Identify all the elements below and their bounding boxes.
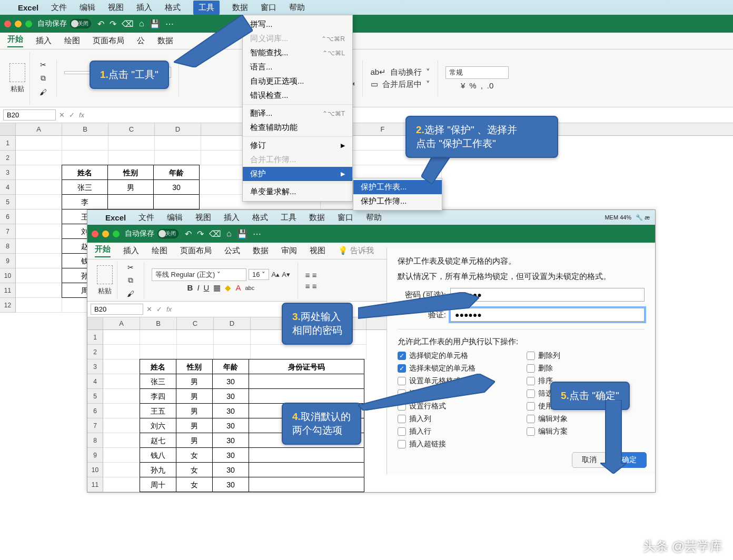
row-header[interactable]: 2 [87, 345, 103, 359]
checkbox[interactable] [398, 440, 406, 448]
cell[interactable]: 周十 [140, 477, 176, 492]
align-icons[interactable]: ≡ ≡ [305, 282, 317, 291]
cut-icon[interactable]: ✂ [37, 59, 49, 71]
format-painter-icon[interactable]: 🖌 [37, 86, 49, 98]
font-name-box[interactable]: 等线 Regular (正文) ˅ [152, 268, 246, 281]
cell[interactable]: 姓名 [62, 165, 108, 180]
fx-icon[interactable]: fx [166, 305, 172, 313]
redo-icon[interactable]: ↷ [197, 229, 204, 239]
cell[interactable] [16, 254, 62, 268]
cell[interactable] [177, 330, 214, 345]
percent-icon[interactable]: % [469, 81, 476, 90]
undo-icon[interactable]: ↶ [97, 19, 104, 29]
cut-icon[interactable]: ✂ [125, 262, 136, 273]
cancel-formula-icon[interactable]: ✕ [146, 305, 152, 313]
shrink-font-icon[interactable]: A▾ [282, 271, 290, 278]
cell[interactable] [103, 418, 140, 433]
cell[interactable] [103, 359, 140, 374]
tab-formula[interactable]: 公式 [224, 246, 240, 256]
checkbox[interactable] [527, 352, 535, 360]
row-header[interactable]: 10 [87, 463, 103, 477]
name-box[interactable]: B20 [91, 304, 143, 315]
row-header[interactable]: 9 [87, 448, 103, 463]
cell[interactable] [16, 298, 62, 313]
cell[interactable] [16, 239, 62, 254]
row-header[interactable]: 4 [87, 374, 103, 389]
checkbox[interactable]: ✓ [398, 364, 406, 373]
checkbox[interactable] [527, 402, 535, 411]
select-all-corner[interactable] [87, 317, 103, 329]
tab-layout[interactable]: 页面布局 [93, 36, 124, 46]
tab-view[interactable]: 视图 [310, 246, 325, 256]
cell[interactable] [103, 448, 140, 463]
cell[interactable] [16, 195, 62, 209]
col-b[interactable]: B [62, 123, 108, 135]
cell[interactable] [16, 268, 62, 283]
menu-item[interactable]: 拼写... [243, 17, 352, 32]
tab-data[interactable]: 数据 [253, 246, 269, 256]
cell[interactable] [62, 136, 108, 151]
password-input[interactable] [450, 288, 645, 302]
row-header[interactable]: 10 [0, 268, 16, 283]
menu-insert[interactable]: 插入 [224, 213, 240, 223]
cell[interactable] [103, 374, 140, 389]
cell[interactable]: 30 [212, 388, 249, 404]
cell[interactable]: 刘六 [140, 418, 176, 433]
cell[interactable]: 身份证号码 [249, 359, 364, 374]
row-header[interactable]: 3 [0, 165, 16, 180]
save-icon[interactable]: 💾 [150, 19, 160, 29]
cell[interactable]: 30 [212, 418, 249, 433]
cell[interactable]: 张三 [62, 179, 108, 195]
cell[interactable] [16, 180, 62, 195]
cell[interactable]: 30 [212, 403, 249, 418]
row-header[interactable]: 12 [0, 298, 16, 313]
tab-formula[interactable]: 公 [137, 36, 145, 46]
fx-icon[interactable]: fx [79, 111, 84, 119]
cell[interactable] [103, 389, 140, 404]
row-header[interactable]: 7 [87, 418, 103, 433]
cell[interactable] [214, 330, 251, 345]
row-header[interactable]: 9 [0, 254, 16, 268]
autosave-toggle[interactable]: 关闭 [70, 19, 91, 28]
cell[interactable] [108, 136, 155, 151]
cell[interactable]: 男 [176, 374, 213, 389]
cell[interactable] [214, 345, 251, 359]
menu-file[interactable]: 文件 [51, 3, 67, 13]
tab-draw[interactable]: 绘图 [64, 36, 80, 46]
row-header[interactable]: 3 [87, 359, 103, 374]
checkbox[interactable] [527, 389, 535, 398]
tab-data[interactable]: 数据 [157, 36, 173, 46]
checkbox[interactable] [527, 377, 535, 385]
menu-file[interactable]: 文件 [138, 213, 154, 223]
cell[interactable] [249, 447, 364, 463]
zoom-icon[interactable] [113, 231, 120, 237]
clear-icon[interactable]: ⌫ [122, 19, 134, 29]
cell[interactable] [103, 330, 140, 345]
row-header[interactable]: 11 [0, 283, 16, 298]
row-header[interactable]: 1 [87, 330, 103, 345]
menu-item[interactable]: 自动更正选项... [243, 74, 352, 88]
row-header[interactable]: 8 [0, 239, 16, 254]
tab-draw[interactable]: 绘图 [152, 246, 167, 256]
cell[interactable]: 30 [212, 374, 249, 389]
bold-button[interactable]: B [187, 283, 193, 292]
cell[interactable] [16, 151, 62, 165]
cell[interactable] [108, 151, 155, 165]
cell[interactable]: 赵七 [140, 433, 176, 448]
tab-layout[interactable]: 页面布局 [180, 246, 212, 256]
name-box[interactable]: B20 [3, 109, 56, 121]
cell[interactable] [140, 345, 177, 359]
menu-window[interactable]: 窗口 [261, 3, 276, 13]
app-name[interactable]: Excel [105, 213, 126, 222]
currency-icon[interactable]: ¥ [461, 81, 465, 90]
select-all-corner[interactable] [0, 123, 16, 135]
number-format-box[interactable]: 常规 [445, 66, 509, 79]
home-icon[interactable]: ⌂ [226, 229, 232, 239]
menu-item[interactable]: 保护▶ [243, 167, 352, 181]
cell[interactable]: 年龄 [212, 359, 249, 374]
cell[interactable]: 30 [212, 477, 249, 492]
row-header[interactable]: 1 [0, 136, 16, 151]
cell[interactable] [103, 477, 140, 492]
italic-button[interactable]: I [197, 283, 199, 292]
tellme[interactable]: 💡 告诉我 [338, 246, 374, 256]
